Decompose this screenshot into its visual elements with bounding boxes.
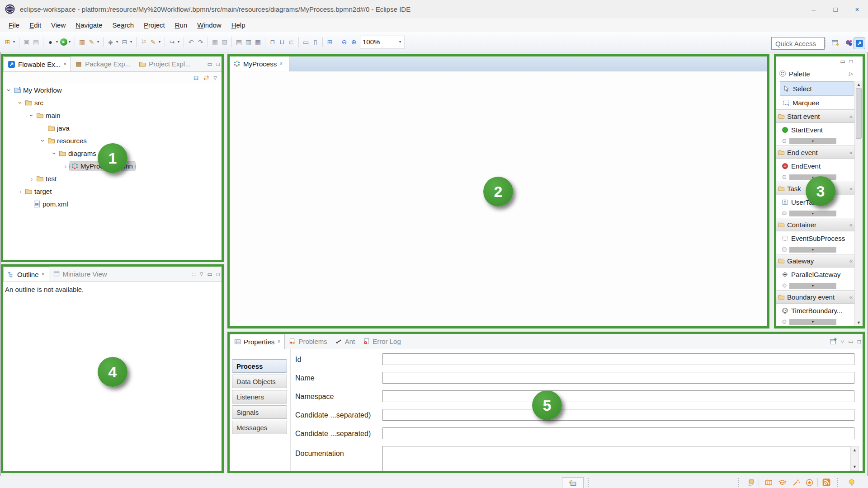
- tree-item-test[interactable]: › test: [3, 172, 222, 185]
- align-left-button[interactable]: ▤: [234, 36, 244, 48]
- pin-drawer-icon[interactable]: «: [849, 113, 853, 120]
- debug-button[interactable]: ●▾: [46, 36, 60, 48]
- tutorials-button[interactable]: [777, 478, 788, 487]
- minimize-view-icon[interactable]: ▭: [207, 271, 212, 277]
- menu-file[interactable]: File: [4, 21, 24, 29]
- section-listeners[interactable]: Listeners: [232, 390, 287, 404]
- section-process[interactable]: Process: [232, 359, 287, 373]
- tab-properties[interactable]: Properties ×: [230, 334, 285, 349]
- tab-ant[interactable]: Ant: [331, 334, 359, 349]
- tree-item-target[interactable]: › target: [3, 185, 222, 197]
- pin-drawer-icon[interactable]: «: [849, 185, 853, 192]
- collapse-palette-icon[interactable]: ▷: [849, 71, 853, 77]
- align-right-button[interactable]: ▦: [253, 36, 263, 48]
- zoom-out-button[interactable]: ⊖: [340, 36, 349, 48]
- run-button[interactable]: ▶▾: [60, 36, 72, 48]
- zoom-in-button[interactable]: ⊕: [349, 36, 359, 48]
- tree-item-main[interactable]: › main: [3, 109, 222, 122]
- palette-item-parallelgateway[interactable]: ParallelGateway: [776, 267, 855, 281]
- undo-button[interactable]: ↶: [186, 36, 196, 48]
- palette-overflow-row[interactable]: ▾: [776, 245, 855, 254]
- open-perspective-button[interactable]: [830, 38, 841, 48]
- palette-scrollbar[interactable]: ▲ ▼: [854, 81, 863, 326]
- align-center-button[interactable]: ▥: [244, 36, 253, 48]
- tips-button[interactable]: [846, 478, 857, 487]
- overview-button[interactable]: [763, 478, 774, 487]
- distribute-v-button[interactable]: ⊔: [277, 36, 287, 48]
- tab-error-log[interactable]: Error Log: [359, 334, 405, 349]
- match-size-button[interactable]: ⊏: [287, 36, 296, 48]
- link-with-editor-icon[interactable]: ⇄: [203, 74, 209, 82]
- chevron-expanded-icon[interactable]: ›: [28, 111, 36, 119]
- chevron-collapsed-icon[interactable]: ›: [28, 175, 36, 183]
- minimize-view-icon[interactable]: ▭: [207, 61, 212, 67]
- tab-project-explorer[interactable]: Project Expl...: [135, 56, 195, 71]
- menu-view[interactable]: View: [46, 21, 71, 29]
- view-menu-icon[interactable]: ▽: [841, 339, 844, 344]
- tab-myprocess-editor[interactable]: MyProcess ×: [230, 56, 289, 71]
- section-signals[interactable]: Signals: [232, 405, 287, 419]
- name-field[interactable]: [382, 372, 854, 384]
- scroll-up-icon[interactable]: ▲: [855, 81, 863, 88]
- close-icon[interactable]: ×: [42, 271, 45, 277]
- save-all-button[interactable]: ▤: [31, 36, 41, 48]
- redo-button[interactable]: ↷: [196, 36, 205, 48]
- flowable-perspective-button[interactable]: [854, 38, 865, 49]
- chevron-collapsed-icon[interactable]: ›: [61, 162, 70, 170]
- tree-item-my-workflow[interactable]: › J My Workflow: [3, 84, 222, 96]
- maximize-view-icon[interactable]: □: [217, 271, 220, 277]
- quick-access-button[interactable]: Quick Access: [771, 37, 825, 50]
- horizontal-layout-button[interactable]: ▭: [301, 36, 311, 48]
- tab-flowable-explorer[interactable]: Flowable Ex... ×: [3, 56, 71, 71]
- new-wizard-button[interactable]: ⊞▾: [3, 36, 17, 48]
- scroll-down-icon[interactable]: ▼: [855, 319, 863, 326]
- chevron-expanded-icon[interactable]: ›: [5, 86, 13, 94]
- restore-view-button[interactable]: [562, 477, 584, 488]
- tree-item-src[interactable]: › src: [3, 96, 222, 109]
- copy-button[interactable]: ▦: [210, 36, 220, 48]
- close-icon[interactable]: ×: [277, 338, 280, 345]
- form-scrollbar[interactable]: ▲ ▼: [850, 446, 859, 471]
- close-button[interactable]: ×: [846, 0, 868, 18]
- tree-item-pom-xml[interactable]: › M pom.xml: [3, 197, 222, 210]
- palette-overflow-row[interactable]: ▾: [776, 281, 855, 290]
- news-feed-button[interactable]: [821, 478, 832, 487]
- candidate-field-1[interactable]: [382, 409, 854, 421]
- save-button[interactable]: ▣: [22, 36, 31, 48]
- palette-item-startevent[interactable]: StartEvent: [776, 123, 855, 136]
- chevron-expanded-icon[interactable]: ›: [39, 136, 47, 145]
- menu-window[interactable]: Window: [192, 21, 226, 29]
- section-data-objects[interactable]: Data Objects: [232, 375, 287, 388]
- close-icon[interactable]: ×: [279, 61, 283, 67]
- new-package-button[interactable]: ⊟▾: [120, 36, 134, 48]
- palette-drawer-end-event[interactable]: End event «: [776, 145, 855, 159]
- new-class-button[interactable]: ◈▾: [106, 36, 120, 48]
- tab-package-explorer[interactable]: Package Exp...: [71, 56, 135, 71]
- palette-drawer-gateway[interactable]: Gateway «: [776, 254, 855, 267]
- close-icon[interactable]: ×: [63, 61, 66, 67]
- paste-button[interactable]: ▧: [220, 36, 229, 48]
- menu-navigate[interactable]: Navigate: [71, 21, 107, 29]
- palette-overflow-row[interactable]: ▾: [776, 136, 855, 145]
- candidate-field-2[interactable]: [382, 427, 854, 439]
- view-menu-icon[interactable]: ▽: [200, 272, 203, 277]
- tab-outline[interactable]: Outline ×: [3, 267, 49, 282]
- maximize-view-icon[interactable]: □: [858, 338, 861, 345]
- palette-drawer-container[interactable]: Container «: [776, 218, 855, 231]
- palette-header[interactable]: Palette ▷: [776, 66, 863, 81]
- annotate-button[interactable]: ✎▾: [148, 36, 162, 48]
- pin-drawer-icon[interactable]: «: [849, 294, 853, 300]
- palette-tool-marquee[interactable]: Marquee: [780, 96, 854, 109]
- minimize-button[interactable]: –: [803, 0, 825, 18]
- chevron-collapsed-icon[interactable]: ›: [16, 188, 24, 195]
- menu-project[interactable]: Project: [139, 21, 170, 29]
- vertical-layout-button[interactable]: ▯: [311, 36, 320, 48]
- menu-search[interactable]: Search: [108, 21, 139, 29]
- palette-tool-select[interactable]: Select: [780, 81, 854, 96]
- chevron-expanded-icon[interactable]: ›: [51, 149, 58, 157]
- documentation-field[interactable]: [382, 446, 854, 471]
- namespace-field[interactable]: [382, 390, 854, 402]
- pin-drawer-icon[interactable]: «: [849, 221, 853, 228]
- external-tools-button[interactable]: ✎▾: [87, 36, 101, 48]
- minimize-view-icon[interactable]: ▭: [840, 58, 845, 65]
